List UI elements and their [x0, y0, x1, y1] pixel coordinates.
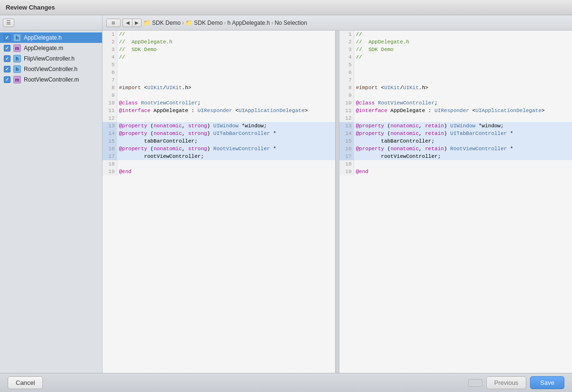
checkbox-RootViewController.h[interactable]: [4, 66, 10, 72]
line-number: 3: [102, 46, 117, 53]
checkbox-FlipViewController.h[interactable]: [4, 55, 10, 62]
line-number: 16: [102, 145, 117, 153]
sidebar-item-AppDelegate-m[interactable]: mAppDelegate.m: [0, 43, 102, 53]
checkbox-AppDelegate.m[interactable]: [4, 45, 10, 52]
table-row: 14@property (nonatomic, retain) UITabBar…: [339, 130, 572, 137]
left-code-table: 1//2// AppDelegate.h3// SDK Demo4//5 6 7…: [102, 31, 335, 175]
line-content: tabBarController;: [117, 137, 335, 145]
line-content: @end: [354, 168, 572, 175]
line-content: [117, 92, 335, 99]
line-content: [117, 76, 335, 84]
line-number: 5: [339, 61, 354, 69]
line-number: 10: [102, 99, 117, 107]
table-row: 6: [339, 69, 572, 76]
right-diff-pane: 1//2// AppDelegate.h3// SDK Demo4//5 6 7…: [339, 31, 572, 373]
table-row: 19@end: [102, 168, 335, 175]
line-number: 19: [102, 168, 117, 175]
diff-panes: 1//2// AppDelegate.h3// SDK Demo4//5 6 7…: [102, 31, 572, 373]
line-number: 17: [339, 153, 354, 160]
sidebar-label-AppDelegate.m: AppDelegate.m: [24, 45, 63, 52]
breadcrumb-selection: No Selection: [275, 20, 307, 26]
folder-icon: 📁: [143, 20, 151, 26]
table-row: 13@property (nonatomic, retain) UIWindow…: [339, 122, 572, 130]
nav-button-group: ◀ ▶: [123, 19, 142, 27]
table-row: 5: [339, 61, 572, 69]
file-icon-RootViewController.m: m: [13, 76, 21, 83]
file-icon-AppDelegate.h: h: [13, 34, 21, 41]
line-content: //: [354, 53, 572, 61]
file-icon-RootViewController.h: h: [13, 65, 21, 73]
line-content: @class RootViewController;: [117, 99, 335, 107]
folder-icon-2: 📁: [185, 20, 193, 26]
vertical-gutter: [336, 31, 339, 373]
table-row: 14@property (nonatomic, strong) UITabBar…: [102, 130, 335, 137]
nav-prev-button[interactable]: ◀: [123, 19, 132, 27]
sidebar-label-AppDelegate.h: AppDelegate.h: [24, 34, 61, 41]
line-number: 2: [102, 38, 117, 46]
line-number: 7: [102, 76, 117, 84]
table-row: 9: [339, 92, 572, 99]
diff-view-button[interactable]: ⊞: [106, 19, 121, 27]
table-row: 17 rootViewController;: [339, 153, 572, 160]
line-content: [117, 69, 335, 76]
table-row: 2// AppDelegate.h: [102, 38, 335, 46]
line-content: @class RootViewController;: [354, 99, 572, 107]
table-row: 5: [102, 61, 335, 69]
sidebar-menu-button[interactable]: ☰: [3, 19, 14, 27]
line-content: @property (nonatomic, strong) UIWindow *…: [117, 122, 335, 130]
line-content: [354, 114, 572, 122]
line-number: 1: [339, 31, 354, 38]
line-number: 12: [339, 114, 354, 122]
left-diff-pane: 1//2// AppDelegate.h3// SDK Demo4//5 6 7…: [102, 31, 336, 373]
sidebar-item-AppDelegate-h[interactable]: hAppDelegate.h: [0, 32, 102, 43]
table-row: 8#import <UIKit/UIKit.h>: [339, 84, 572, 92]
sidebar: ☰ hAppDelegate.hmAppDelegate.mhFlipViewC…: [0, 15, 102, 373]
line-number: 19: [339, 168, 354, 175]
cancel-button[interactable]: Cancel: [8, 376, 43, 389]
breadcrumb-sdk-demo-2[interactable]: SDK Demo: [194, 20, 223, 26]
breadcrumb-bar: ⊞ ◀ ▶ 📁 SDK Demo › 📁 SDK Demo › h AppDel…: [102, 15, 572, 31]
line-number: 3: [339, 46, 354, 53]
line-content: //: [117, 31, 335, 38]
line-number: 4: [339, 53, 354, 61]
sidebar-item-RootViewController-m[interactable]: mRootViewController.m: [0, 74, 102, 85]
line-number: 15: [339, 137, 354, 145]
line-number: 10: [339, 99, 354, 107]
sidebar-label-RootViewController.h: RootViewController.h: [24, 66, 78, 72]
line-content: rootViewController;: [354, 153, 572, 160]
sidebar-label-RootViewController.m: RootViewController.m: [24, 76, 79, 83]
line-content: [117, 114, 335, 122]
sidebar-label-FlipViewController.h: FlipViewController.h: [24, 55, 75, 62]
previous-button[interactable]: Previous: [486, 376, 527, 389]
line-number: 12: [102, 114, 117, 122]
checkbox-RootViewController.m[interactable]: [4, 76, 10, 83]
table-row: 11@interface AppDelegate : UIResponder <…: [102, 107, 335, 114]
line-content: // SDK Demo: [354, 46, 572, 53]
line-number: 6: [339, 69, 354, 76]
checkbox-AppDelegate.h[interactable]: [4, 34, 10, 41]
sidebar-item-FlipViewController-h[interactable]: hFlipViewController.h: [0, 53, 102, 64]
line-number: 17: [102, 153, 117, 160]
line-content: [354, 92, 572, 99]
save-button[interactable]: Save: [530, 376, 564, 389]
nav-next-button[interactable]: ▶: [132, 19, 142, 27]
line-content: #import <UIKit/UIKit.h>: [117, 84, 335, 92]
table-row: 13@property (nonatomic, strong) UIWindow…: [102, 122, 335, 130]
line-content: [354, 61, 572, 69]
line-content: @property (nonatomic, retain) RootViewCo…: [354, 145, 572, 153]
file-icon-FlipViewController.h: h: [13, 55, 21, 62]
line-number: 11: [339, 107, 354, 114]
line-number: 16: [339, 145, 354, 153]
breadcrumb-file[interactable]: AppDelegate.h: [232, 20, 270, 26]
line-content: @interface AppDelegate : UIResponder <UI…: [354, 107, 572, 114]
line-content: [117, 160, 335, 168]
breadcrumb-sdk-demo-1[interactable]: SDK Demo: [152, 20, 181, 26]
sidebar-items: hAppDelegate.hmAppDelegate.mhFlipViewCon…: [0, 31, 102, 373]
line-number: 7: [339, 76, 354, 84]
line-number: 6: [102, 69, 117, 76]
table-row: 9: [102, 92, 335, 99]
window-title: Review Changes: [6, 4, 55, 11]
line-content: @property (nonatomic, retain) UIWindow *…: [354, 122, 572, 130]
sidebar-item-RootViewController-h[interactable]: hRootViewController.h: [0, 64, 102, 74]
line-number: 2: [339, 38, 354, 46]
